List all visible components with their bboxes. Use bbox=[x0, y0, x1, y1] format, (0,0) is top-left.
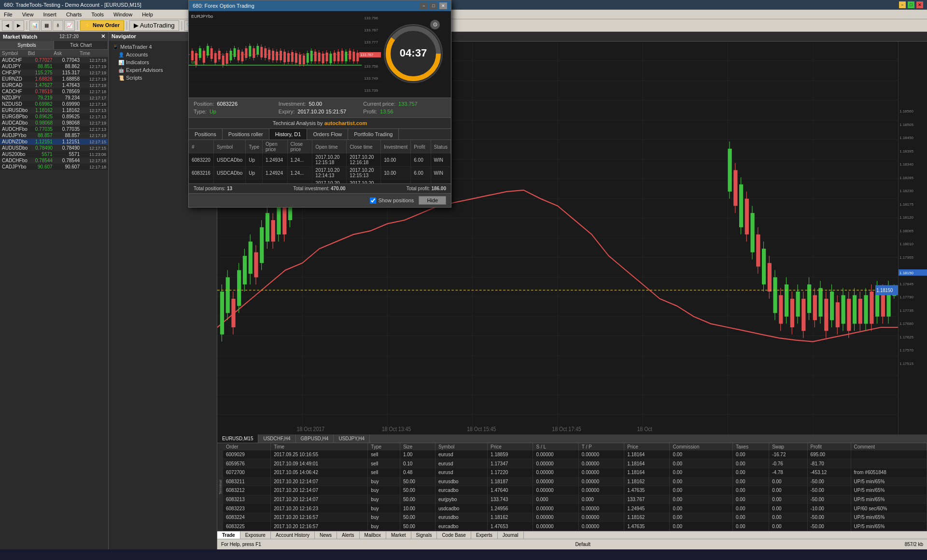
market-watch-row[interactable]: AUDCHFbo 0.77035 0.77035 12:17:13 bbox=[0, 126, 108, 132]
order-type: buy bbox=[368, 513, 400, 522]
order-price: 1.17347 bbox=[488, 459, 533, 468]
chart-tab-usdjpy[interactable]: USDJPY,H4 bbox=[334, 434, 370, 443]
menu-window[interactable]: Window bbox=[112, 12, 134, 17]
chart-tab-eurusd[interactable]: EURUSD,M15 bbox=[217, 434, 258, 443]
market-watch-row[interactable]: AUDCADbo 0.98068 0.98068 12:17:19 bbox=[0, 120, 108, 126]
toolbar-chart-line[interactable]: 📈 bbox=[64, 20, 75, 31]
dialog-tab-roller[interactable]: Positions roller bbox=[223, 129, 269, 140]
forex-dialog-titlebar[interactable]: 680: Forex Option Trading − □ ✕ bbox=[189, 0, 451, 11]
market-watch-row[interactable]: AUDJPY 88.851 88.862 12:17:19 bbox=[0, 63, 108, 70]
order-row[interactable]: 6083213 2017.10.20 12:14:07 buy 50.00 eu… bbox=[223, 495, 927, 504]
dt-open-time: 2017.10.20 12:15:18 bbox=[312, 154, 347, 167]
svg-text:1.17735: 1.17735 bbox=[899, 308, 913, 313]
order-price: 1.18859 bbox=[488, 450, 533, 459]
market-watch-row[interactable]: CADCHF 0.78519 0.78569 12:17:18 bbox=[0, 88, 108, 95]
dialog-min-button[interactable]: − bbox=[420, 2, 428, 9]
dialog-max-button[interactable]: □ bbox=[430, 2, 437, 9]
toolbar-chart-bar[interactable]: ▦ bbox=[41, 20, 52, 31]
dialog-table-row[interactable]: 6083220 USDCADbo Up 1.24934 1.24... 2017… bbox=[189, 154, 451, 167]
dialog-close-button[interactable]: ✕ bbox=[439, 2, 447, 9]
status-default: Default bbox=[575, 542, 590, 547]
new-order-button[interactable]: ⚡ New Order bbox=[80, 20, 124, 31]
market-watch-row[interactable]: AUDUSDbo 0.78490 0.78490 12:17:15 bbox=[0, 145, 108, 151]
navigator-title: Navigator bbox=[112, 33, 136, 40]
dialog-table-row[interactable]: 6083210 USDCADbo Up 1.24940 1.24023 2017… bbox=[189, 180, 451, 184]
mw-tab-symbols[interactable]: Symbols bbox=[0, 41, 54, 49]
status-tab-experts[interactable]: Experts bbox=[471, 532, 498, 539]
minimize-button[interactable]: − bbox=[899, 1, 906, 8]
chart-tab-usdchf[interactable]: USDCHF,H4 bbox=[258, 434, 295, 443]
market-watch-row[interactable]: CHFJPY 115.275 115.317 12:17:19 bbox=[0, 70, 108, 76]
menu-view[interactable]: View bbox=[20, 12, 36, 17]
market-watch-close[interactable]: ✕ bbox=[101, 33, 105, 40]
menu-charts[interactable]: Charts bbox=[64, 12, 84, 17]
status-tab-mailbox[interactable]: Mailbox bbox=[360, 532, 386, 539]
toolbar-chart-candle[interactable]: 🕯 bbox=[53, 20, 63, 31]
mw-symbol: AUDCHFbo bbox=[2, 126, 28, 132]
market-watch-row[interactable]: NZDJPY 79.219 79.234 12:17:17 bbox=[0, 95, 108, 101]
hide-button[interactable]: Hide bbox=[419, 196, 446, 205]
toolbar-back[interactable]: ▶ bbox=[14, 20, 24, 31]
order-type: sell bbox=[368, 468, 400, 477]
market-watch-row[interactable]: AUDNZDbo 1.12151 1.12151 12:17:15 bbox=[0, 139, 108, 145]
maximize-button[interactable]: □ bbox=[908, 1, 914, 8]
status-tab-codebas[interactable]: Code Base bbox=[437, 532, 471, 539]
status-tab-signals[interactable]: Signals bbox=[411, 532, 437, 539]
menu-insert[interactable]: Insert bbox=[41, 12, 58, 17]
dialog-tab-positions[interactable]: Positions bbox=[189, 129, 223, 140]
market-watch-row[interactable]: AUDJPYbo 88.857 88.857 12:17:19 bbox=[0, 132, 108, 139]
status-tab-exposure[interactable]: Exposure bbox=[240, 532, 271, 539]
order-row[interactable]: 6009029 2017.09.25 10:16:55 sell 1.00 eu… bbox=[223, 450, 927, 459]
order-row[interactable]: 6083212 2017.10.20 12:14:07 buy 50.00 eu… bbox=[223, 486, 927, 495]
dialog-table-row[interactable]: 6083216 USDCADbo Up 1.24924 1.24... 2017… bbox=[189, 167, 451, 180]
status-tab-account-history[interactable]: Account History bbox=[271, 532, 315, 539]
market-watch-row[interactable]: EURGBPbo 0.89625 0.89625 12:17:13 bbox=[0, 113, 108, 120]
order-swap: 0.00 bbox=[769, 504, 807, 513]
mw-bid: 0.77027 bbox=[27, 57, 52, 63]
menu-file[interactable]: File bbox=[2, 12, 14, 17]
menu-tools[interactable]: Tools bbox=[89, 12, 106, 17]
show-positions-label[interactable]: Show positions bbox=[378, 197, 414, 203]
market-watch-row[interactable]: EURNZD 1.68826 1.68858 12:17:19 bbox=[0, 76, 108, 82]
show-positions-input[interactable] bbox=[370, 197, 376, 204]
order-size: 1.00 bbox=[400, 450, 435, 459]
toolbar-new[interactable]: ◀ bbox=[2, 20, 13, 31]
order-row[interactable]: 6072700 2017.10.05 14:06:42 sell 0.48 eu… bbox=[223, 468, 927, 477]
dt-investment: 10.00 bbox=[381, 167, 411, 180]
market-watch-row[interactable]: CADCHFbo 0.78544 0.78544 12:17:18 bbox=[0, 157, 108, 164]
toolbar-chart-new[interactable]: 📊 bbox=[29, 20, 40, 31]
dialog-tab-history[interactable]: History, D1 bbox=[269, 129, 308, 140]
status-tab-news[interactable]: News bbox=[315, 532, 337, 539]
menu-help[interactable]: Help bbox=[140, 12, 155, 17]
status-tab-market[interactable]: Market bbox=[386, 532, 411, 539]
close-button[interactable]: ✕ bbox=[916, 1, 923, 8]
order-row[interactable]: 6083211 2017.10.20 12:14:07 buy 50.00 eu… bbox=[223, 477, 927, 486]
status-tab-trade[interactable]: Trade bbox=[217, 532, 240, 539]
order-row[interactable]: 6059576 2017.10.09 14:49:01 sell 0.10 eu… bbox=[223, 459, 927, 468]
chart-tab-gbpusd[interactable]: GBPUSD,H4 bbox=[296, 434, 334, 443]
order-row[interactable]: 6083225 2017.10.20 12:16:57 buy 50.00 eu… bbox=[223, 522, 927, 531]
mw-tab-tick[interactable]: Tick Chart bbox=[54, 41, 108, 49]
svg-rect-266 bbox=[352, 52, 355, 61]
status-tab-alerts[interactable]: Alerts bbox=[337, 532, 360, 539]
status-tab-journal[interactable]: Journal bbox=[498, 532, 524, 539]
show-positions-checkbox[interactable]: Show positions bbox=[370, 197, 414, 204]
market-watch-row[interactable]: EURUSDbo 1.18162 1.18162 12:17:13 bbox=[0, 107, 108, 113]
order-type: buy bbox=[368, 504, 400, 513]
svg-text:1.17790: 1.17790 bbox=[899, 295, 913, 299]
dt-close-price: 1.24... bbox=[287, 167, 312, 180]
market-watch-row[interactable]: NZDUSD 0.69982 0.69990 12:17:16 bbox=[0, 101, 108, 107]
market-watch-row[interactable]: AUS200bo 5571 5571 11:23:06 bbox=[0, 151, 108, 157]
mw-bid: 1.18162 bbox=[28, 108, 53, 113]
autotrading-button[interactable]: ▶ AutoTrading bbox=[129, 20, 179, 31]
dialog-tab-portfolio[interactable]: Portfolio Trading bbox=[348, 129, 399, 140]
market-watch-row[interactable]: EURCAD 1.47627 1.47643 12:17:19 bbox=[0, 82, 108, 88]
order-row[interactable]: 6083223 2017.10.20 12:16:23 buy 10.00 us… bbox=[223, 504, 927, 513]
dialog-tab-orders-flow[interactable]: Orders Flow bbox=[307, 129, 348, 140]
order-row[interactable]: 6083224 2017.10.20 12:16:57 buy 50.00 eu… bbox=[223, 513, 927, 522]
market-watch-row[interactable]: CADJPYbo 90.607 90.607 12:17:18 bbox=[0, 164, 108, 170]
svg-rect-87 bbox=[756, 235, 760, 267]
col-price: Price bbox=[488, 443, 533, 450]
dt-open-time: 2017.10.20 12:14:13 bbox=[312, 167, 347, 180]
market-watch-row[interactable]: AUDCHF 0.77027 0.77043 12:17:19 bbox=[0, 57, 108, 63]
